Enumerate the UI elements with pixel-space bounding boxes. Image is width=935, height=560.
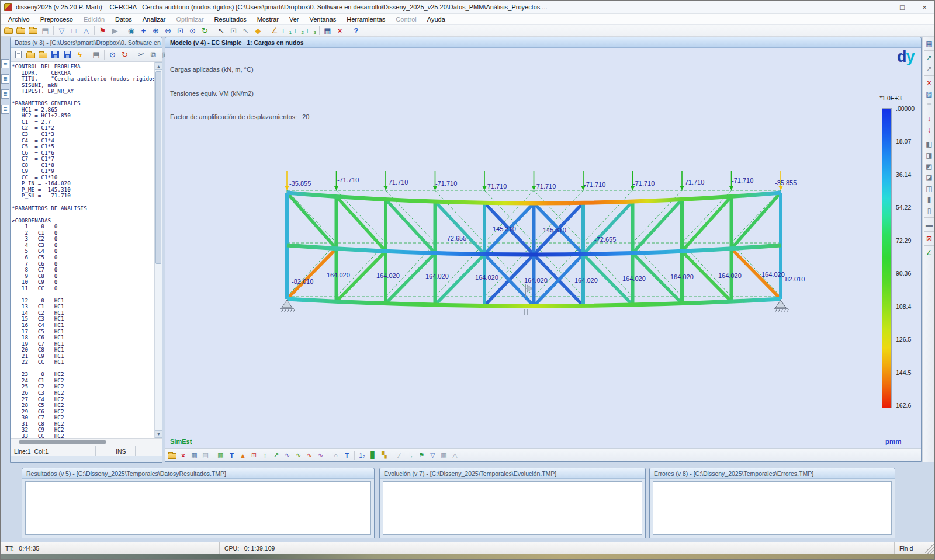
mesh-display-icon[interactable]: ▦ bbox=[215, 450, 226, 461]
legend-icon[interactable]: ▊ bbox=[368, 450, 379, 461]
import-project-icon[interactable] bbox=[27, 25, 39, 36]
view-globe-icon[interactable]: ◉ bbox=[125, 25, 137, 36]
member-load-icon[interactable]: ↓ bbox=[923, 124, 935, 135]
axes-xyz-icon[interactable]: ∠ bbox=[923, 247, 935, 258]
text-display-icon[interactable]: T bbox=[226, 450, 237, 461]
select-special-icon[interactable]: ◆ bbox=[252, 25, 264, 36]
section-display-icon-2[interactable]: ◨ bbox=[923, 149, 935, 161]
open-recent-icon[interactable] bbox=[37, 49, 49, 60]
hide-elements-icon[interactable]: ⊠ bbox=[923, 233, 935, 244]
window-tile-icon[interactable]: □ bbox=[68, 25, 80, 36]
section-display-icon-5[interactable]: ◫ bbox=[923, 183, 935, 194]
datos-panel-title[interactable]: Datos (v 3) - [C:\Users\pmarti\Dropbox\0… bbox=[11, 37, 162, 48]
menu-herramientas[interactable]: Herramientas bbox=[341, 15, 390, 24]
project-notes-icon[interactable]: ▤ bbox=[39, 25, 51, 36]
menu-ayuda[interactable]: Ayuda bbox=[422, 15, 451, 24]
dock-evolucion-icon[interactable]: ≣ bbox=[1, 89, 9, 99]
minimize-button[interactable]: – bbox=[869, 1, 891, 13]
nodes-display-icon[interactable]: ○ bbox=[330, 450, 341, 461]
close-button[interactable]: × bbox=[913, 1, 935, 13]
new-project-icon[interactable] bbox=[2, 25, 15, 36]
delete-element-icon[interactable]: × bbox=[923, 77, 935, 88]
run-play-icon[interactable]: ▶ bbox=[109, 25, 121, 36]
labels-display-icon[interactable]: T bbox=[341, 450, 352, 461]
outline-display-icon[interactable]: △ bbox=[449, 450, 460, 461]
axis-3-icon[interactable]: ∟₃ bbox=[305, 25, 317, 36]
redraw-icon[interactable]: ↻ bbox=[199, 25, 211, 36]
menu-ventanas[interactable]: Ventanas bbox=[304, 15, 341, 24]
menu-resultados[interactable]: Resultados bbox=[209, 15, 252, 24]
filter-icon[interactable]: ▽ bbox=[427, 450, 438, 461]
dock-datos-icon[interactable]: ≣ bbox=[1, 59, 9, 68]
datos-code-text[interactable]: *CONTROL DEL PROBLEMA IDPR, CERCHA TITU,… bbox=[12, 64, 154, 438]
new-file-icon[interactable] bbox=[12, 49, 25, 60]
menu-ver[interactable]: Ver bbox=[284, 15, 304, 24]
ucs-icon[interactable]: ∠ bbox=[268, 25, 280, 36]
select-single-icon[interactable]: ↖ bbox=[240, 25, 252, 36]
model-canvas[interactable]: Cargas aplicadas (kN, m, °C) Tensiones e… bbox=[165, 48, 921, 448]
dock-resultados-icon[interactable]: ≣ bbox=[1, 74, 9, 84]
open-project-icon[interactable] bbox=[15, 25, 27, 36]
zoom-window-icon[interactable]: ⊡ bbox=[174, 25, 186, 36]
member-list-icon[interactable]: ≣ bbox=[923, 99, 935, 110]
section-display-icon-1[interactable]: ◧ bbox=[923, 138, 935, 149]
nodal-load-icon[interactable]: ↓ bbox=[923, 113, 935, 124]
vector-display-icon[interactable]: → bbox=[405, 450, 416, 461]
results-table-icon[interactable]: ▦ bbox=[189, 450, 200, 461]
line-style-icon[interactable]: ∕ bbox=[394, 450, 405, 461]
section-display-icon-4[interactable]: ◪ bbox=[923, 172, 935, 183]
select-window-icon[interactable]: ⊡ bbox=[227, 25, 240, 36]
supports-display-icon[interactable]: ↑ bbox=[259, 450, 271, 461]
errores-content[interactable] bbox=[653, 481, 892, 535]
menu-control[interactable]: Control bbox=[390, 15, 421, 24]
axis-1-icon[interactable]: ∟₁ bbox=[280, 25, 293, 36]
section-display-icon-6[interactable]: ▮ bbox=[923, 194, 935, 205]
evolucion-content[interactable] bbox=[383, 481, 642, 535]
model-window-title[interactable]: Modelo (v 4) - EC Simple 1: Cargas en nu… bbox=[165, 37, 921, 48]
menu-mostrar[interactable]: Mostrar bbox=[252, 15, 284, 24]
save-as-icon[interactable] bbox=[61, 49, 74, 60]
run-analysis-icon[interactable]: ϟ bbox=[74, 49, 86, 60]
datos-vscroll-thumb[interactable] bbox=[155, 71, 161, 264]
save-file-icon[interactable] bbox=[49, 49, 61, 60]
window-restore-icon[interactable]: △ bbox=[80, 25, 92, 36]
stress-diagram-icon[interactable]: ∿ bbox=[315, 450, 326, 461]
resultados-panel-title[interactable]: Resultados (v 5) - [C:\Disseny_2025\Temp… bbox=[22, 468, 374, 479]
moment-diagram-icon[interactable]: ∿ bbox=[282, 450, 293, 461]
save-view-icon[interactable] bbox=[167, 450, 178, 461]
reload-icon[interactable]: ↻ bbox=[119, 49, 131, 60]
pan-icon[interactable]: + bbox=[137, 25, 150, 36]
datos-vertical-scrollbar[interactable]: ▲ ▼ bbox=[154, 62, 162, 438]
fill-display-icon[interactable]: ▚ bbox=[379, 450, 390, 461]
reactions-display-icon[interactable]: ↗ bbox=[271, 450, 282, 461]
select-cursor-icon[interactable]: ↖ bbox=[215, 25, 227, 36]
menu-optimizar[interactable]: Optimizar bbox=[171, 15, 209, 24]
datos-horizontal-scrollbar[interactable] bbox=[11, 438, 162, 446]
window-cascade-icon[interactable]: ▽ bbox=[56, 25, 68, 36]
print-icon[interactable]: ▤ bbox=[90, 49, 102, 60]
menu-datos[interactable]: Datos bbox=[110, 15, 137, 24]
datos-editor[interactable]: *CONTROL DEL PROBLEMA IDPR, CERCHA TITU,… bbox=[11, 62, 162, 438]
shear-diagram-icon[interactable]: ∿ bbox=[293, 450, 304, 461]
run-flag-icon[interactable]: ⚑ bbox=[96, 25, 109, 36]
preview-icon[interactable]: ⊙ bbox=[106, 49, 119, 60]
matrix-display-icon[interactable]: ▦ bbox=[438, 450, 449, 461]
errores-panel-title[interactable]: Errores (v 8) - [C:\Disseny_2025\Tempora… bbox=[650, 468, 895, 479]
evolucion-panel-title[interactable]: Evolución (v 7) - [C:\Disseny_2025\Tempo… bbox=[380, 468, 645, 479]
open-file-icon[interactable] bbox=[25, 49, 37, 60]
single-member-icon[interactable]: ▬ bbox=[923, 219, 935, 230]
clear-view-icon[interactable]: × bbox=[178, 450, 189, 461]
deformed-shape-icon[interactable]: ▲ bbox=[237, 450, 248, 461]
draw-member-alt-icon[interactable]: ↗ bbox=[923, 63, 935, 74]
cut-icon[interactable]: ✂ bbox=[135, 49, 147, 60]
menu-preproceso[interactable]: Preproceso bbox=[35, 15, 78, 24]
numbering-icon[interactable]: 1₂ bbox=[356, 450, 368, 461]
axial-diagram-icon[interactable]: ∿ bbox=[304, 450, 315, 461]
help-icon[interactable]: ? bbox=[350, 25, 362, 36]
section-display-icon-3[interactable]: ◩ bbox=[923, 161, 935, 172]
scroll-up-icon[interactable]: ▲ bbox=[155, 62, 162, 70]
results-grid-icon[interactable]: ▦ bbox=[923, 38, 935, 49]
flags-display-icon[interactable]: ⚑ bbox=[416, 450, 427, 461]
loads-display-icon[interactable]: ⊞ bbox=[248, 450, 259, 461]
menu-archivo[interactable]: Archivo bbox=[3, 15, 35, 24]
